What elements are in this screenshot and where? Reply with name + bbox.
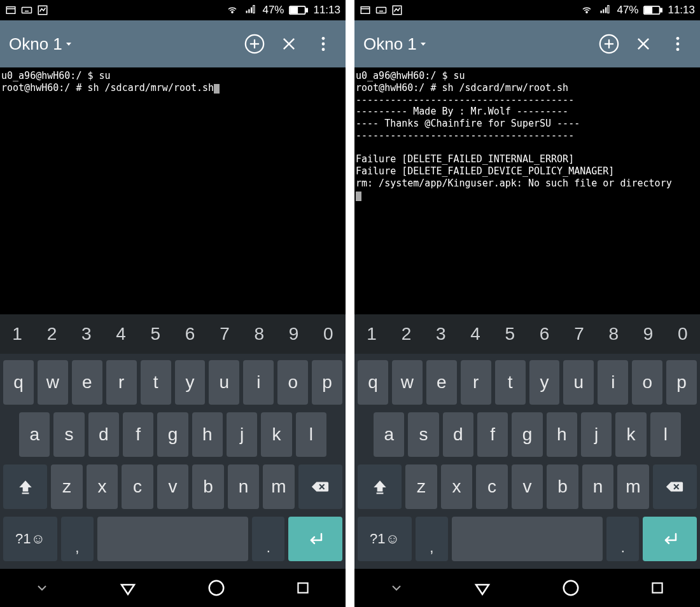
key-v[interactable]: v	[512, 464, 543, 509]
back-button[interactable]	[473, 578, 492, 597]
key-d[interactable]: d	[443, 412, 473, 457]
comma-key[interactable]: ,	[416, 517, 448, 561]
key-f[interactable]: f	[123, 412, 153, 457]
close-window-button[interactable]	[630, 31, 657, 57]
symbols-key[interactable]: ?1☺	[358, 517, 412, 561]
key-v[interactable]: v	[157, 464, 188, 509]
key-w[interactable]: w	[38, 360, 68, 405]
key-z[interactable]: z	[51, 464, 82, 509]
key-1[interactable]: 1	[0, 314, 34, 354]
symbols-key[interactable]: ?1☺	[3, 517, 57, 561]
key-l[interactable]: l	[650, 412, 681, 457]
key-h[interactable]: h	[192, 412, 223, 457]
key-x[interactable]: x	[87, 464, 118, 509]
key-6[interactable]: 6	[172, 314, 207, 354]
shift-key[interactable]	[3, 464, 47, 509]
key-r[interactable]: r	[461, 360, 491, 405]
key-p[interactable]: p	[312, 360, 342, 405]
back-button[interactable]	[118, 578, 137, 597]
space-key[interactable]	[97, 517, 249, 561]
key-k[interactable]: k	[261, 412, 291, 457]
key-e[interactable]: e	[426, 360, 457, 405]
key-7[interactable]: 7	[207, 314, 242, 354]
key-1[interactable]: 1	[354, 314, 389, 354]
key-s[interactable]: s	[53, 412, 84, 457]
key-o[interactable]: o	[277, 360, 308, 405]
key-g[interactable]: g	[157, 412, 188, 457]
key-n[interactable]: n	[228, 464, 259, 509]
backspace-key[interactable]	[653, 464, 697, 509]
home-button[interactable]	[561, 578, 580, 597]
window-selector[interactable]: Okno 1	[363, 34, 588, 54]
period-key[interactable]: .	[252, 517, 284, 561]
key-k[interactable]: k	[615, 412, 646, 457]
key-4[interactable]: 4	[104, 314, 138, 354]
key-q[interactable]: q	[3, 360, 34, 405]
key-l[interactable]: l	[296, 412, 326, 457]
key-8[interactable]: 8	[596, 314, 631, 354]
key-h[interactable]: h	[547, 412, 577, 457]
key-a[interactable]: a	[374, 412, 404, 457]
key-0[interactable]: 0	[666, 314, 700, 354]
key-u[interactable]: u	[209, 360, 239, 405]
key-x[interactable]: x	[441, 464, 472, 509]
new-window-button[interactable]	[596, 31, 622, 57]
key-o[interactable]: o	[632, 360, 662, 405]
collapse-keyboard-icon[interactable]	[34, 580, 50, 596]
recent-apps-button[interactable]	[649, 580, 666, 596]
key-j[interactable]: j	[227, 412, 257, 457]
close-window-button[interactable]	[276, 31, 302, 57]
key-m[interactable]: m	[617, 464, 648, 509]
key-3[interactable]: 3	[69, 314, 104, 354]
key-0[interactable]: 0	[311, 314, 346, 354]
key-5[interactable]: 5	[493, 314, 527, 354]
key-4[interactable]: 4	[458, 314, 493, 354]
key-f[interactable]: f	[477, 412, 508, 457]
space-key[interactable]	[452, 517, 603, 561]
key-t[interactable]: t	[141, 360, 171, 405]
backspace-key[interactable]	[298, 464, 342, 509]
key-3[interactable]: 3	[424, 314, 458, 354]
enter-key[interactable]	[643, 517, 697, 561]
key-b[interactable]: b	[192, 464, 223, 509]
key-b[interactable]: b	[547, 464, 578, 509]
collapse-keyboard-icon[interactable]	[389, 580, 404, 596]
new-window-button[interactable]	[241, 31, 268, 57]
enter-key[interactable]	[288, 517, 342, 561]
key-6[interactable]: 6	[527, 314, 561, 354]
period-key[interactable]: .	[606, 517, 639, 561]
shift-key[interactable]	[358, 464, 402, 509]
key-i[interactable]: i	[598, 360, 628, 405]
key-y[interactable]: y	[529, 360, 560, 405]
key-u[interactable]: u	[563, 360, 594, 405]
terminal-output[interactable]: u0_a96@hwH60:/ $ su root@hwH60:/ # sh /s…	[0, 67, 346, 314]
key-w[interactable]: w	[392, 360, 423, 405]
key-c[interactable]: c	[476, 464, 507, 509]
key-7[interactable]: 7	[562, 314, 596, 354]
key-z[interactable]: z	[405, 464, 437, 509]
overflow-menu-button[interactable]	[310, 31, 337, 57]
overflow-menu-button[interactable]	[664, 31, 691, 57]
window-selector[interactable]: Okno 1	[9, 34, 234, 54]
terminal-output[interactable]: u0_a96@hwH60:/ $ su root@hwH60:/ # sh /s…	[354, 67, 700, 314]
key-a[interactable]: a	[19, 412, 50, 457]
key-e[interactable]: e	[72, 360, 102, 405]
key-q[interactable]: q	[358, 360, 388, 405]
key-y[interactable]: y	[175, 360, 206, 405]
key-5[interactable]: 5	[138, 314, 172, 354]
key-2[interactable]: 2	[34, 314, 69, 354]
key-d[interactable]: d	[88, 412, 119, 457]
key-2[interactable]: 2	[389, 314, 423, 354]
recent-apps-button[interactable]	[295, 580, 311, 596]
key-9[interactable]: 9	[631, 314, 665, 354]
key-t[interactable]: t	[495, 360, 526, 405]
key-n[interactable]: n	[582, 464, 613, 509]
key-p[interactable]: p	[666, 360, 697, 405]
key-s[interactable]: s	[408, 412, 438, 457]
key-m[interactable]: m	[263, 464, 294, 509]
key-9[interactable]: 9	[276, 314, 311, 354]
key-j[interactable]: j	[581, 412, 612, 457]
key-i[interactable]: i	[243, 360, 274, 405]
key-r[interactable]: r	[106, 360, 137, 405]
home-button[interactable]	[207, 578, 226, 597]
